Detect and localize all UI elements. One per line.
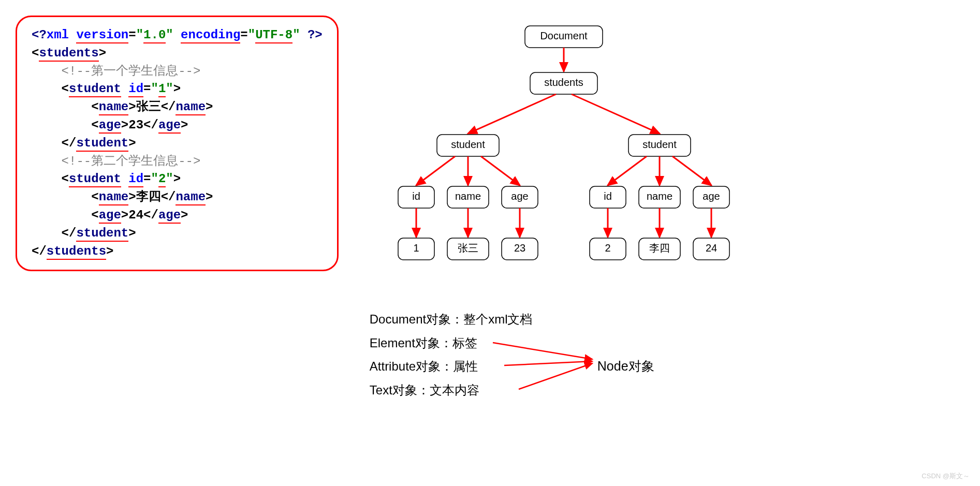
legend-row-document: Document对象：整个xml文档: [370, 307, 836, 331]
svg-line-5: [481, 156, 520, 185]
legend-block: Document对象：整个xml文档 Element对象：标签 Attribut…: [370, 307, 836, 402]
students-close-tag: students: [47, 244, 106, 260]
node-students-label: students: [544, 77, 583, 88]
node-age-2-label: age: [703, 190, 720, 202]
leaf-id-2-val: 2: [605, 242, 610, 254]
encoding-val: UTF-8: [255, 28, 292, 43]
node-document-label: Document: [540, 30, 588, 41]
svg-line-1: [468, 94, 556, 134]
legend-attribute-label: Attribute对象：: [370, 359, 453, 373]
node-student-1-label: student: [451, 139, 485, 150]
dom-tree-diagram: Document students student student id: [370, 16, 763, 295]
student1-close-tag: student: [76, 136, 128, 152]
legend-node-label: Node对象: [597, 354, 654, 379]
age1-text: 23: [128, 118, 143, 132]
legend-element-val: 标签: [452, 336, 477, 350]
age2-text: 24: [128, 208, 143, 222]
svg-line-3: [416, 156, 455, 185]
name1-open-tag: name: [99, 100, 129, 115]
name1-close-tag: name: [175, 100, 206, 115]
node-name-2-label: name: [647, 190, 672, 202]
age1-close-tag: age: [158, 118, 181, 134]
students-open-tag: students: [39, 46, 98, 62]
watermark-text: CSDN @斯文～: [922, 472, 970, 481]
legend-text-label: Text对象：: [370, 383, 430, 397]
comment-1: <!--第一个学生信息-->: [62, 64, 201, 78]
leaf-age-2-val: 24: [706, 242, 717, 254]
name1-text: 张三: [136, 100, 161, 114]
legend-row-text: Text对象：文本内容: [370, 378, 836, 402]
student1-open-tag: student: [69, 82, 121, 97]
legend-document-val: 整个xml文档: [463, 312, 532, 326]
node-id-1-label: id: [412, 190, 420, 202]
age2-close-tag: age: [158, 208, 181, 224]
node-age-1-label: age: [511, 190, 528, 202]
xml-decl-open: <?: [32, 28, 47, 42]
encoding-attr: encoding: [181, 28, 240, 43]
id-val-2: 2: [158, 172, 166, 187]
name2-open-tag: name: [99, 190, 129, 205]
svg-line-2: [572, 94, 660, 134]
id-attr-2: id: [128, 172, 143, 187]
version-val: 1.0: [143, 28, 166, 43]
leaf-name-2-val: 李四: [649, 242, 670, 254]
id-attr-1: id: [128, 82, 143, 97]
age2-open-tag: age: [99, 208, 121, 224]
version-attr: version: [76, 28, 128, 43]
legend-element-label: Element对象：: [370, 336, 452, 350]
node-name-1-label: name: [455, 190, 481, 202]
student2-close-tag: student: [76, 226, 128, 242]
id-val-1: 1: [158, 82, 166, 97]
node-id-2-label: id: [604, 190, 612, 202]
xml-decl-close: ?>: [308, 28, 323, 42]
svg-line-6: [608, 156, 647, 185]
leaf-name-1-val: 张三: [458, 242, 478, 254]
legend-attribute-val: 属性: [453, 359, 478, 373]
comment-2: <!--第二个学生信息-->: [62, 154, 201, 168]
node-student-2-label: student: [642, 139, 677, 150]
student2-open-tag: student: [69, 172, 121, 187]
age1-open-tag: age: [99, 118, 121, 134]
name2-text: 李四: [136, 190, 161, 204]
legend-text-val: 文本内容: [430, 383, 479, 397]
svg-line-8: [672, 156, 711, 185]
legend-document-label: Document对象：: [370, 312, 463, 326]
xml-decl-kw: xml: [47, 28, 69, 42]
name2-close-tag: name: [175, 190, 206, 205]
leaf-age-1-val: 23: [514, 242, 525, 254]
legend-row-element: Element对象：标签: [370, 331, 836, 355]
xml-code-block: <?xml version="1.0" encoding="UTF-8" ?> …: [16, 16, 339, 271]
leaf-id-1-val: 1: [413, 242, 419, 254]
